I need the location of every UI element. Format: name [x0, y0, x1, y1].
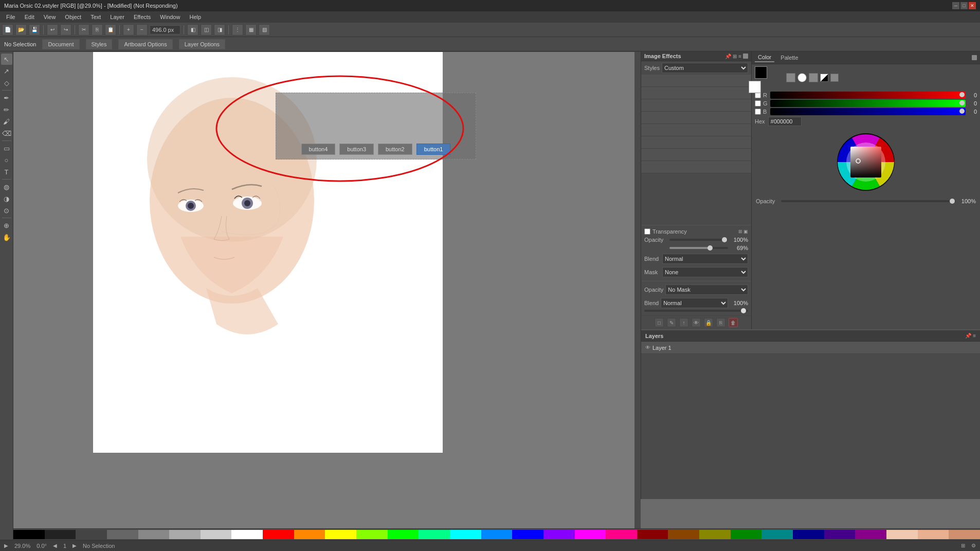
zoom-input[interactable] [150, 25, 180, 34]
sel-button2[interactable]: button2 [378, 144, 412, 155]
b-checkbox[interactable] [755, 109, 761, 115]
maximize-button[interactable]: □ [960, 2, 968, 9]
toolbar-undo[interactable]: ↩ [47, 24, 58, 35]
palette-teal[interactable] [761, 530, 793, 539]
palette-skin2[interactable] [918, 530, 949, 539]
layer-item-1[interactable]: 👁 Layer 1 [641, 342, 980, 354]
color-box3[interactable] [830, 74, 839, 82]
tool-eyedropper[interactable]: ⊙ [1, 205, 12, 216]
tool-node[interactable]: ◇ [1, 77, 12, 88]
b-slider[interactable] [770, 108, 966, 115]
ie-icon-visibility[interactable]: 👁 [692, 318, 701, 327]
palette-purple[interactable] [855, 530, 886, 539]
tool-eraser[interactable]: ⌫ [1, 128, 12, 139]
palette-gray3[interactable] [169, 530, 201, 539]
b-thumb[interactable] [959, 109, 965, 114]
palette-magenta[interactable] [575, 530, 606, 539]
palette-lime[interactable] [356, 530, 388, 539]
tool-select[interactable]: ↖ [1, 54, 12, 65]
toolbar-redo[interactable]: ↪ [60, 24, 71, 35]
tool-shape-rect[interactable]: ▭ [1, 143, 12, 154]
status-next-page[interactable]: ▶ [72, 543, 77, 548]
menu-view[interactable]: View [40, 13, 60, 21]
toolbar-new[interactable]: 📄 [2, 24, 13, 35]
ie-blend-select[interactable]: Normal [662, 254, 748, 264]
palette-darkred[interactable] [637, 530, 668, 539]
ie-layer-slider[interactable] [644, 310, 748, 312]
toolbar-ungroup[interactable]: ▧ [259, 24, 270, 35]
ie-pin-icon[interactable]: 📌 [725, 54, 731, 59]
ie-layer-blend-select[interactable]: Normal [661, 298, 728, 308]
ie-icon-edit[interactable]: ✎ [667, 318, 676, 327]
palette-gray2[interactable] [138, 530, 170, 539]
tool-text[interactable]: T [1, 166, 12, 177]
sel-button1[interactable]: button1 [416, 144, 451, 155]
cp-opacity-thumb[interactable] [950, 199, 955, 204]
ie-opacity-track[interactable] [669, 239, 728, 241]
status-expand-icon[interactable]: ⊞ [961, 543, 965, 548]
color-wheel[interactable] [835, 131, 897, 193]
foreground-color-swatch[interactable] [755, 66, 767, 79]
hex-input[interactable] [768, 117, 802, 126]
toolbar-align-left[interactable]: ◧ [187, 24, 198, 35]
palette-white[interactable] [231, 530, 263, 539]
toolbar-copy[interactable]: ⎘ [92, 24, 103, 35]
palette-yellow[interactable] [325, 530, 356, 539]
status-play-btn[interactable]: ▶ [4, 543, 8, 548]
toolbar-align-right[interactable]: ◨ [214, 24, 225, 35]
ie-opacity-thumb[interactable] [722, 237, 727, 242]
status-settings-icon[interactable]: ⚙ [971, 543, 976, 548]
color-mode-box2[interactable] [809, 73, 818, 82]
color-mode-circle[interactable] [797, 73, 807, 82]
palette-darkgreen[interactable] [731, 530, 762, 539]
ie-opacity-69-thumb[interactable] [707, 245, 713, 251]
palette-darkblue[interactable] [793, 530, 824, 539]
tool-zoom[interactable]: ⊕ [1, 220, 12, 231]
menu-object[interactable]: Object [61, 13, 85, 21]
styles-button[interactable]: Styles [86, 39, 113, 49]
document-button[interactable]: Document [42, 39, 79, 49]
palette-pink[interactable] [606, 530, 637, 539]
g-checkbox[interactable] [755, 100, 761, 106]
toolbar-save[interactable]: 💾 [29, 24, 40, 35]
palette-brown[interactable] [668, 530, 699, 539]
canvas-area[interactable]: button4 button3 button2 button1 [13, 51, 641, 540]
tool-pencil[interactable]: ✏ [1, 104, 12, 115]
menu-file[interactable]: File [2, 13, 20, 21]
ie-trans-icon1[interactable]: ⊞ [738, 229, 742, 234]
ie-layer-nomask-select[interactable]: No Mask [665, 285, 748, 295]
toolbar-open[interactable]: 📂 [15, 24, 27, 35]
minimize-button[interactable]: ─ [952, 2, 959, 9]
ie-close-icon[interactable] [743, 54, 748, 59]
ie-styles-select[interactable]: Custom [662, 63, 748, 73]
palette-sky[interactable] [481, 530, 513, 539]
tool-shape-ellipse[interactable]: ○ [1, 154, 12, 166]
tool-fill[interactable]: ◍ [1, 181, 12, 192]
color-gradient-swatch[interactable] [820, 74, 828, 82]
color-panel-close-icon[interactable] [972, 55, 977, 60]
palette-blue[interactable] [512, 530, 543, 539]
ie-mask-select[interactable]: None [662, 267, 748, 277]
ie-icon-new[interactable]: □ [655, 318, 664, 327]
palette-violet[interactable] [543, 530, 575, 539]
ie-icon-delete[interactable]: 🗑 [729, 318, 738, 327]
ie-trans-checkbox[interactable] [644, 228, 650, 235]
r-slider[interactable] [770, 92, 966, 99]
color-mode-box1[interactable] [786, 73, 795, 82]
menu-edit[interactable]: Edit [21, 13, 39, 21]
sel-button4[interactable]: button4 [301, 144, 336, 155]
palette-skin3[interactable] [949, 530, 980, 539]
close-button[interactable]: ✕ [969, 2, 976, 9]
g-slider[interactable] [770, 100, 966, 107]
menu-help[interactable]: Help [185, 13, 205, 21]
sel-button3[interactable]: button3 [339, 144, 374, 155]
palette-gray1[interactable] [107, 530, 138, 539]
palette-black[interactable] [13, 530, 45, 539]
layer-options-button[interactable]: Layer Options [179, 39, 225, 49]
tool-pan[interactable]: ✋ [1, 232, 12, 243]
palette-skin1[interactable] [886, 530, 918, 539]
layer-menu-icon[interactable]: ≡ [973, 333, 976, 339]
ie-icon-duplicate[interactable]: ⎘ [716, 318, 725, 327]
canvas-vertical-scrollbar[interactable] [634, 51, 641, 540]
status-prev-page[interactable]: ◀ [53, 543, 57, 548]
